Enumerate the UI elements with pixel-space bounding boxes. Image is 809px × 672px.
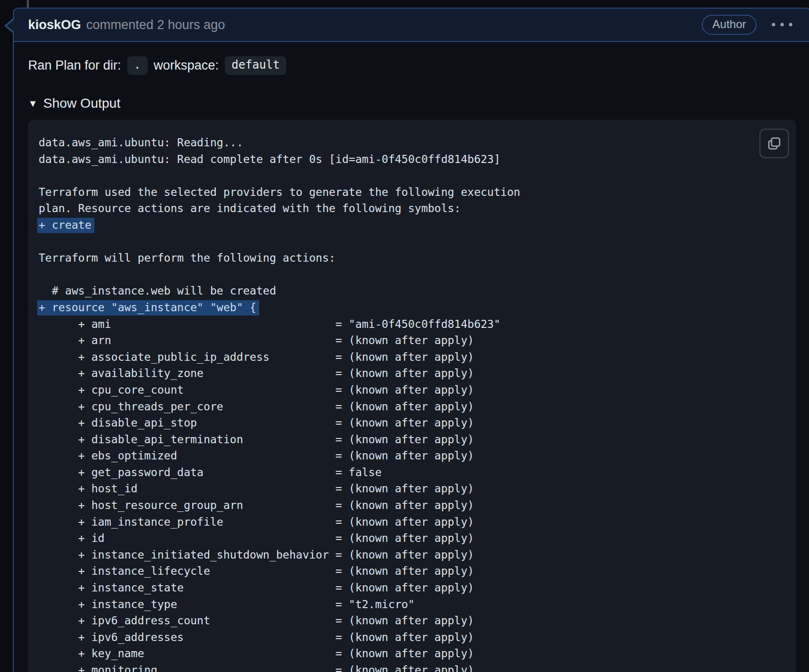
comment-tail-icon-fill <box>7 20 14 32</box>
terminal-line <box>39 167 786 184</box>
kebab-dot-icon <box>789 23 792 26</box>
comment-header-actions: Author <box>702 15 793 35</box>
ran-plan-line: Ran Plan for dir: . workspace: default <box>28 56 796 75</box>
kebab-menu-button[interactable] <box>771 20 793 29</box>
terminal-line: + arn = (known after apply) <box>39 332 786 349</box>
terminal-line: data.aws_ami.ubuntu: Reading... <box>39 134 786 151</box>
terraform-plan-output: data.aws_ami.ubuntu: Reading...data.aws_… <box>28 120 796 672</box>
terminal-line <box>39 234 786 250</box>
comment-action-text: commented <box>86 18 153 32</box>
workspace-code-chip: default <box>225 56 286 75</box>
terminal-line: data.aws_ami.ubuntu: Read complete after… <box>39 151 786 168</box>
terminal-line: + host_id = (known after apply) <box>39 480 786 497</box>
author-badge: Author <box>702 15 757 35</box>
terminal-line: + iam_instance_profile = (known after ap… <box>39 514 786 530</box>
terminal-line: + cpu_threads_per_core = (known after ap… <box>39 398 786 415</box>
dir-code-chip: . <box>127 56 147 75</box>
terminal-line: + disable_api_termination = (known after… <box>39 431 786 448</box>
terminal-line: + cpu_core_count = (known after apply) <box>39 382 786 398</box>
terminal-line: Terraform used the selected providers to… <box>39 184 786 201</box>
comment-card: kioskOG commented 2 hours ago Author Ran… <box>13 8 809 672</box>
terminal-line: + key_name = (known after apply) <box>39 645 786 662</box>
terminal-line: + associate_public_ip_address = (known a… <box>39 349 786 366</box>
terminal-line: + ebs_optimized = (known after apply) <box>39 448 786 464</box>
terminal-line: + get_password_data = false <box>39 464 786 481</box>
terminal-line: + ami = "ami-0f450c0ffd814b623" <box>39 316 786 333</box>
terminal-line: Terraform will perform the following act… <box>39 250 786 266</box>
workspace-label: workspace: <box>154 58 219 73</box>
terminal-line: + resource "aws_instance" "web" { <box>39 299 786 316</box>
terminal-line: + disable_api_stop = (known after apply) <box>39 415 786 431</box>
show-output-toggle[interactable]: ▼ Show Output <box>28 96 796 111</box>
comment-author-link[interactable]: kioskOG <box>28 18 81 32</box>
terminal-lines: data.aws_ami.ubuntu: Reading...data.aws_… <box>39 134 786 672</box>
comment-header: kioskOG commented 2 hours ago Author <box>14 9 809 42</box>
terminal-line: + host_resource_group_arn = (known after… <box>39 497 786 514</box>
terminal-line: + create <box>39 217 786 234</box>
copy-icon <box>766 135 782 152</box>
terminal-line: + instance_state = (known after apply) <box>39 580 786 596</box>
terminal-line: + instance_type = "t2.micro" <box>39 596 786 613</box>
kebab-dot-icon <box>772 23 775 26</box>
comment-timestamp[interactable]: commented 2 hours ago <box>86 18 225 32</box>
terminal-line: + availability_zone = (known after apply… <box>39 365 786 382</box>
terminal-line: # aws_instance.web will be created <box>39 283 786 299</box>
terminal-line <box>39 266 786 283</box>
highlighted-diff-text: + create <box>37 218 94 233</box>
copy-button[interactable] <box>759 129 789 158</box>
terminal-line: plan. Resource actions are indicated wit… <box>39 200 786 217</box>
show-output-details: ▼ Show Output data.aws_ami.ubuntu: Readi… <box>28 96 796 672</box>
terminal-line: + monitoring = (known after apply) <box>39 662 786 672</box>
comment-time-text: 2 hours ago <box>157 18 225 32</box>
highlighted-diff-text: + resource "aws_instance" "web" { <box>37 300 259 316</box>
page: kioskOG commented 2 hours ago Author Ran… <box>0 0 809 672</box>
terminal-line: + instance_lifecycle = (known after appl… <box>39 563 786 580</box>
show-output-label: Show Output <box>43 96 121 111</box>
triangle-down-icon: ▼ <box>28 98 38 109</box>
kebab-dot-icon <box>780 23 784 26</box>
ran-plan-prefix: Ran Plan for dir: <box>28 58 121 73</box>
terminal-line: + instance_initiated_shutdown_behavior =… <box>39 547 786 563</box>
terminal-line: + ipv6_address_count = (known after appl… <box>39 612 786 629</box>
terminal-line: + ipv6_addresses = (known after apply) <box>39 629 786 646</box>
comment-body: Ran Plan for dir: . workspace: default ▼… <box>14 42 809 672</box>
terminal-line: + id = (known after apply) <box>39 530 786 547</box>
